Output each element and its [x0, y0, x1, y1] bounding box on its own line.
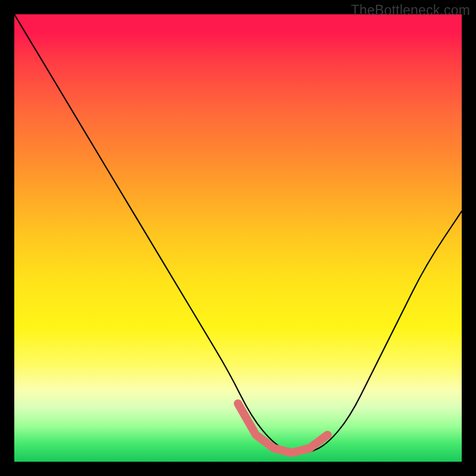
plot-area — [14, 14, 462, 462]
watermark-text: TheBottleneck.com — [351, 2, 470, 18]
bottleneck-curve — [14, 14, 462, 453]
outer-frame: TheBottleneck.com — [0, 0, 476, 476]
low-bottleneck-segment — [238, 403, 327, 453]
curve-svg — [14, 14, 462, 462]
